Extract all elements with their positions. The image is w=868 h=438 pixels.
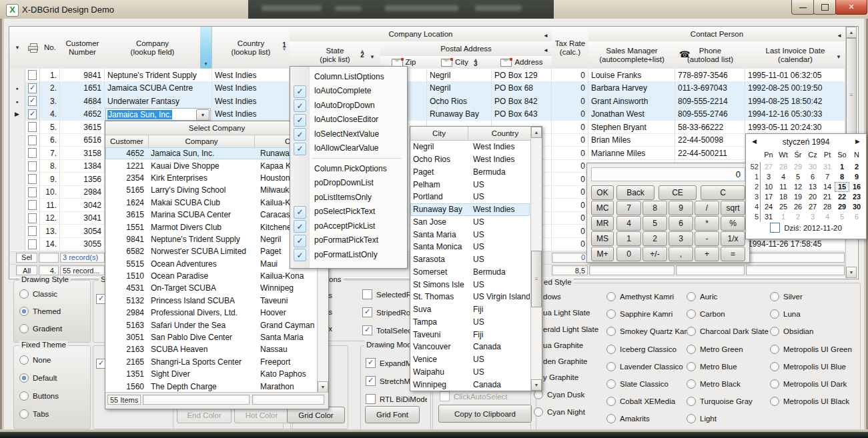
cell-tax-rate[interactable]: 0 [552, 212, 588, 225]
city-list-item[interactable]: Paget Bermuda [410, 166, 530, 179]
style-radio[interactable]: Auric [687, 292, 769, 301]
row-checkbox[interactable] [28, 174, 37, 184]
calendar-day[interactable]: 29 [835, 202, 849, 212]
style-radio[interactable]: Light [687, 414, 769, 423]
calendar-day[interactable]: 13 [805, 182, 820, 192]
calendar-day[interactable]: 12 [791, 182, 805, 192]
grid-font-button[interactable]: Grid Font [365, 406, 420, 423]
calendar-day[interactable]: 5 [791, 172, 805, 182]
cell-customer-number[interactable]: 6516 [60, 134, 105, 147]
city-list-item[interactable]: Winnipeg Canada [410, 378, 530, 391]
calendar-day[interactable]: 26 [791, 202, 805, 212]
calculator-button[interactable]: 0 [616, 247, 641, 261]
col-header-customer[interactable]: Customer [105, 135, 149, 148]
calendar-day[interactable]: 1 [776, 212, 791, 222]
cell-phone[interactable]: 809-555-2746 [675, 108, 745, 121]
fixed-theme-radio[interactable]: None [19, 355, 59, 365]
calendar-day[interactable]: 4 [776, 172, 791, 182]
title-bar[interactable]: X X-DBGrid Design Demo — ✕ [0, 0, 868, 19]
company-list-item[interactable]: 5132 Princess Island SCUBA Taveuni [105, 295, 318, 307]
calendar-day[interactable]: 2 [849, 162, 864, 172]
drawing-style-radio[interactable]: Classic [19, 289, 62, 299]
calendar-day[interactable]: 2 [791, 212, 805, 222]
cell-address[interactable]: PO Box 842 [492, 95, 552, 108]
cell-sales-manager[interactable]: Jonathan West [588, 108, 675, 121]
calendar-day[interactable]: 18 [776, 192, 791, 202]
calculator-button[interactable]: C [701, 185, 745, 200]
cell-customer-number[interactable]: 1651 [60, 82, 105, 95]
column-header-state[interactable]: State(pick list) ▲2 ▼ [290, 41, 381, 69]
calendar-day[interactable]: 14 [820, 182, 835, 192]
style-radio[interactable]: Slate Classico [606, 379, 695, 389]
column-header-customer-number[interactable]: CustomerNumber [60, 27, 105, 69]
option-checkbox[interactable]: SelectedR [362, 289, 410, 299]
calculator-button[interactable]: , [669, 247, 693, 261]
col-header-company[interactable]: Company [149, 135, 255, 148]
chevron-down-icon[interactable]: ▼ [836, 53, 841, 61]
calendar-day[interactable]: 1 [835, 162, 849, 172]
calendar-day[interactable]: 20 [805, 192, 820, 202]
company-column-dropdown-button[interactable]: ▼ [200, 27, 212, 69]
cell-sales-manager[interactable]: Marianne Miles [588, 147, 675, 160]
calendar-day[interactable]: 4 [820, 212, 835, 222]
calculator-button[interactable]: MC [591, 201, 614, 215]
menu-item[interactable]: ✓ poListItemsOnly [290, 190, 407, 205]
style-radio[interactable]: Turquoise Gray [687, 397, 769, 406]
calculator-button[interactable]: CE [659, 185, 697, 200]
group-header-company-location[interactable]: Company Location◄ [290, 27, 552, 42]
cell-customer-number[interactable]: 3054 [60, 225, 105, 238]
cell-company[interactable]: Neptune's Trident Supply [105, 69, 212, 82]
calculator-button[interactable]: + [695, 247, 719, 261]
today-checkbox[interactable] [770, 223, 780, 233]
calendar-day[interactable]: 30 [849, 202, 864, 212]
company-list-item[interactable]: 3615 Marina SCUBA Center Caracas [105, 209, 318, 221]
cell-phone[interactable]: 011-3-697043 [675, 82, 745, 95]
city-list-item[interactable]: Sarasota US [410, 253, 530, 266]
city-list-item[interactable]: Suva Fiji [410, 303, 530, 316]
style-radio[interactable]: Metro Blue [687, 362, 769, 371]
option-checkbox[interactable]: TotalSelec [362, 325, 410, 335]
company-list-item[interactable]: 3051 San Pablo Dive Center Santa Maria [105, 331, 318, 343]
calendar-day[interactable]: 21 [820, 192, 835, 202]
city-list-item[interactable]: Santa Monica US [410, 241, 530, 253]
option-checkbox[interactable]: StripedRo [362, 307, 410, 317]
cell-customer-number[interactable]: 1356 [60, 173, 105, 186]
cell-customer-number[interactable]: 3615 [60, 121, 105, 134]
company-list-item[interactable]: 2165 Shangri-La Sports Center Freeport [105, 356, 318, 368]
calendar-day[interactable]: 19 [791, 192, 805, 202]
cell-city[interactable]: Negril [427, 69, 492, 82]
cell-phone[interactable]: 58-33-66222 [675, 121, 745, 134]
calendar-day[interactable]: 6 [849, 212, 864, 222]
calendar-month-title[interactable]: styczeń 1994 [746, 137, 866, 147]
cell-no[interactable]: 14. [40, 238, 60, 251]
drawing-mode-checkbox[interactable]: RTL BiDiMode [366, 394, 427, 404]
calendar-today-row[interactable]: Dziś: 2012-11-20 [746, 223, 866, 233]
menu-item[interactable]: ✓ loAutoCloseEditor [290, 113, 407, 127]
calendar-day[interactable]: 31 [761, 212, 776, 222]
style-radio[interactable]: Metropolis UI Blue [770, 362, 852, 371]
calculator-button[interactable]: sqrt [721, 201, 745, 215]
scroll-down-icon[interactable]: ▼ [846, 267, 857, 278]
calendar-day[interactable]: 30 [805, 162, 820, 172]
close-button[interactable]: ✕ [835, 0, 867, 15]
table-row[interactable]: 2. 1651 Jamaica SCUBA Centre West Indies… [9, 82, 845, 95]
collapse-left-icon[interactable]: ◄ [837, 31, 842, 40]
cell-tax-rate[interactable]: 0 [552, 186, 588, 199]
city-list-item[interactable]: Vancouver Canada [410, 341, 530, 353]
cell-no[interactable]: 5. [40, 121, 60, 134]
drawing-style-radio[interactable]: Themed [19, 307, 62, 316]
cell-customer-number[interactable]: 3158 [60, 147, 105, 160]
menu-item[interactable]: ✓ loAutoComplete [290, 84, 407, 99]
calendar-day[interactable]: 23 [849, 192, 864, 202]
calendar-day[interactable]: 25 [776, 202, 791, 212]
style-radio[interactable]: Luna [770, 309, 852, 319]
cell-company[interactable]: Underwater Fantasy [105, 95, 212, 108]
cell-customer-number[interactable]: 1384 [60, 160, 105, 173]
row-checkbox[interactable] [28, 96, 37, 106]
menu-item[interactable] [290, 155, 407, 161]
menu-item[interactable]: ✓ poSelectPickText [290, 205, 407, 219]
cell-tax-rate[interactable]: 0 [552, 238, 588, 251]
cell-country[interactable]: West Indies [212, 82, 290, 95]
company-list-item[interactable]: 6582 Norwest'er SCUBA Limited Paget [105, 245, 318, 257]
style-radio[interactable]: Metropolis UI Green [770, 345, 852, 354]
